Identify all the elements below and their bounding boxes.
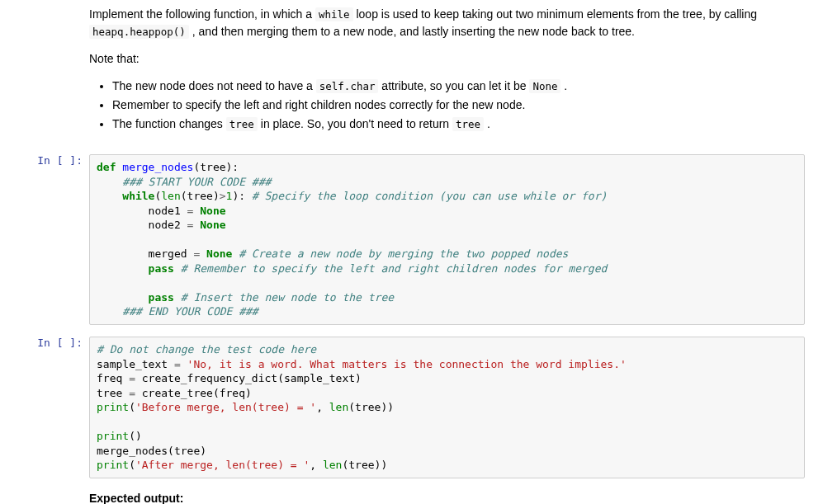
list-item: The function changes tree in place. So, … (112, 115, 806, 133)
comment: ### END YOUR CODE ### (97, 305, 258, 318)
comment: # Insert the new node to the tree (181, 291, 394, 304)
intro-paragraph-1: Implement the following function, in whi… (89, 6, 806, 40)
code-cell-2: In [ ]: # Do not change the test code he… (0, 331, 823, 484)
input-prompt: In [ ]: (0, 332, 89, 483)
input-prompt: In [ ]: (0, 150, 89, 329)
comment: ### START YOUR CODE ### (97, 176, 271, 188)
intro-list: The new node does not need to have a sel… (89, 78, 806, 133)
text: merge_nodes(tree) (97, 445, 206, 457)
markdown-cell-expected: Expected output: Before merge, len(tree)… (0, 484, 823, 504)
builtin-print: print (97, 430, 129, 442)
code-tree: tree (226, 117, 258, 131)
text: () (129, 430, 142, 442)
text: attribute, so you can let it be (378, 79, 529, 92)
text: merged (97, 247, 193, 260)
text: (tree)) (348, 401, 394, 413)
text (200, 247, 206, 260)
text: The new node does not need to have a (112, 79, 316, 92)
fn-name: merge_nodes (116, 161, 193, 173)
kw-none: None (200, 219, 225, 231)
builtin-len: len (323, 459, 342, 471)
text: create_frequency_dict(sample_text) (135, 372, 362, 384)
text: , (316, 401, 329, 413)
list-item: The new node does not need to have a sel… (112, 78, 806, 95)
text: . (484, 117, 490, 130)
code-tree2: tree (452, 117, 484, 131)
kw-pass: pass (97, 291, 174, 304)
prompt-spacer (0, 2, 89, 147)
text: (tree) (181, 190, 220, 202)
kw-pass: pass (97, 262, 174, 275)
text: freq (97, 372, 129, 384)
text: The function changes (112, 117, 226, 130)
comment: # Create a new node by merging the two p… (239, 247, 568, 260)
builtin-print: print (97, 401, 129, 413)
builtin-print: print (97, 459, 129, 471)
markdown-content: Expected output: Before merge, len(tree)… (89, 486, 823, 504)
code-editor[interactable]: def merge_nodes(tree): ### START YOUR CO… (89, 154, 805, 325)
markdown-cell-intro: Implement the following function, in whi… (0, 0, 823, 148)
text: node1 (97, 205, 187, 217)
prompt-spacer (0, 486, 89, 504)
code-cell-1: In [ ]: def merge_nodes(tree): ### START… (0, 148, 823, 331)
text: , (310, 459, 323, 471)
notebook-root: Implement the following function, in whi… (0, 0, 823, 504)
expected-output-heading: Expected output: (89, 490, 806, 504)
markdown-content: Implement the following function, in whi… (89, 2, 823, 147)
op: = (174, 358, 181, 370)
kw-while: while (97, 190, 154, 202)
text: ( (129, 401, 135, 413)
text (174, 262, 181, 275)
string: 'Before merge, len(tree) = ' (135, 401, 316, 413)
text: (tree): (193, 161, 239, 173)
op: = (129, 387, 135, 399)
op: > (220, 190, 226, 202)
list-item: Remember to specify the left and right c… (112, 97, 806, 114)
string: 'After merge, len(tree) = ' (135, 459, 310, 471)
text (181, 358, 187, 370)
comment: # Remember to specify the left and right… (181, 262, 608, 275)
kw-def: def (97, 161, 116, 173)
text: . (560, 79, 567, 92)
intro-paragraph-2: Note that: (89, 50, 806, 68)
code-while: while (315, 7, 353, 21)
text: tree (97, 387, 129, 399)
comment: # Specify the loop condition (you can us… (252, 190, 607, 202)
text: loop is used to keep taking out two mini… (353, 7, 757, 21)
kw-none: None (200, 205, 225, 217)
string: 'No, it is a word. What matters is the c… (187, 358, 627, 370)
text: , and then merging them to a new node, a… (189, 25, 635, 38)
code-cell-content: # Do not change the test code here sampl… (89, 332, 823, 483)
text (174, 291, 181, 304)
text: (tree)) (342, 459, 387, 471)
text: ): (232, 190, 251, 202)
code-selfchar: self.char (316, 79, 379, 93)
text: Implement the following function, in whi… (89, 7, 315, 21)
comment: # Do not change the test code here (97, 343, 316, 356)
text: node2 (97, 219, 187, 231)
code-none: None (529, 79, 560, 93)
text: sample_text (97, 358, 174, 370)
op: = (129, 372, 135, 384)
builtin-len: len (161, 190, 180, 202)
code-editor[interactable]: # Do not change the test code here sampl… (89, 337, 805, 478)
code-cell-content: def merge_nodes(tree): ### START YOUR CO… (89, 150, 823, 329)
text: create_tree(freq) (135, 387, 252, 399)
text: in place. So, you don't need to return (258, 117, 452, 130)
builtin-len: len (329, 401, 348, 413)
kw-none: None (206, 247, 232, 260)
text: ( (129, 459, 135, 471)
code-heappop: heapq.heappop() (89, 25, 189, 39)
